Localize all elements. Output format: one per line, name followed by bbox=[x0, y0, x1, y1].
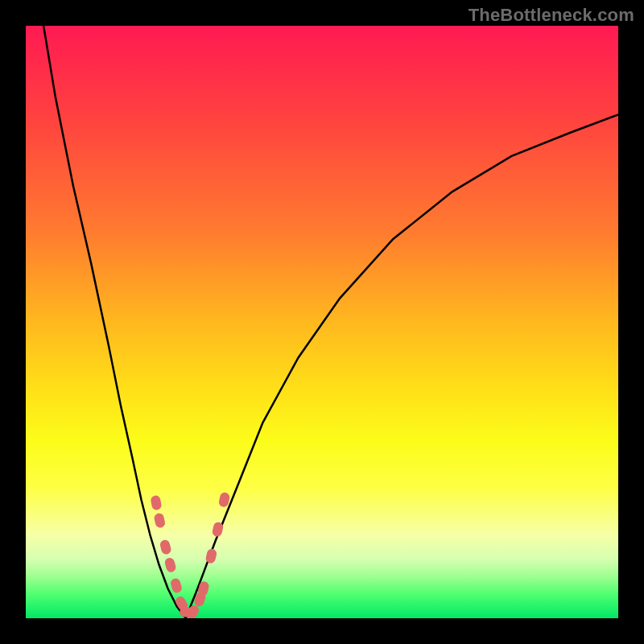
chart-svg bbox=[26, 26, 618, 618]
marker-point bbox=[159, 539, 172, 555]
watermark-text: TheBottleneck.com bbox=[469, 5, 634, 26]
marker-point bbox=[150, 494, 162, 510]
marker-point bbox=[153, 513, 166, 529]
chart-plot-area bbox=[26, 26, 618, 618]
marker-point bbox=[163, 557, 176, 574]
curve-left bbox=[43, 26, 186, 618]
markers-group bbox=[150, 492, 230, 618]
marker-point bbox=[170, 577, 184, 594]
curve-right bbox=[186, 114, 618, 618]
